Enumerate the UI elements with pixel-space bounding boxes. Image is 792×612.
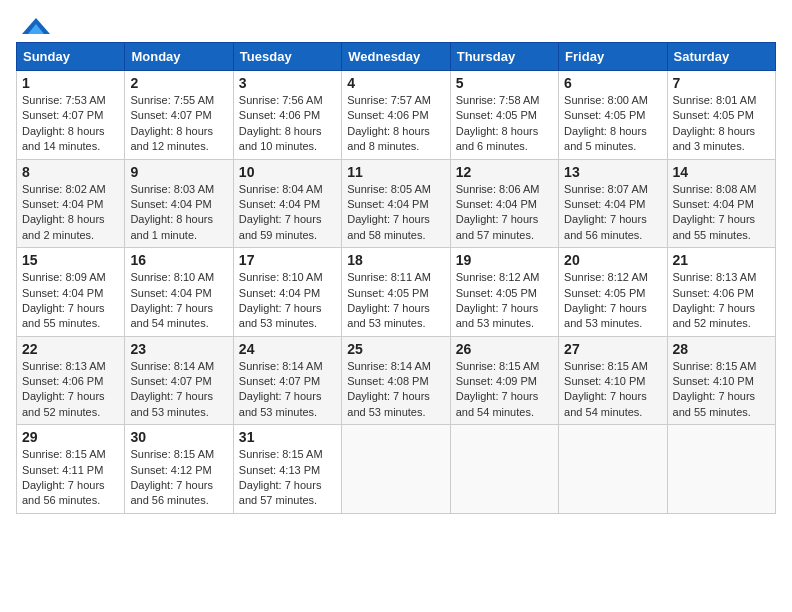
sunset-label: Sunset: 4:06 PM xyxy=(347,109,428,121)
sunset-label: Sunset: 4:07 PM xyxy=(239,375,320,387)
sunset-label: Sunset: 4:04 PM xyxy=(239,198,320,210)
day-info: Sunrise: 8:15 AM Sunset: 4:12 PM Dayligh… xyxy=(130,447,227,509)
day-info: Sunrise: 8:14 AM Sunset: 4:07 PM Dayligh… xyxy=(130,359,227,421)
sunset-label: Sunset: 4:06 PM xyxy=(22,375,103,387)
weekday-header-monday: Monday xyxy=(125,43,233,71)
sunrise-label: Sunrise: 8:14 AM xyxy=(239,360,323,372)
calendar-cell: 27 Sunrise: 8:15 AM Sunset: 4:10 PM Dayl… xyxy=(559,336,667,425)
sunset-label: Sunset: 4:05 PM xyxy=(347,287,428,299)
sunrise-label: Sunrise: 8:01 AM xyxy=(673,94,757,106)
sunset-label: Sunset: 4:05 PM xyxy=(564,287,645,299)
sunset-label: Sunset: 4:04 PM xyxy=(130,287,211,299)
daylight-label: Daylight: 7 hours and 53 minutes. xyxy=(130,390,213,417)
sunset-label: Sunset: 4:08 PM xyxy=(347,375,428,387)
day-info: Sunrise: 8:07 AM Sunset: 4:04 PM Dayligh… xyxy=(564,182,661,244)
day-info: Sunrise: 8:10 AM Sunset: 4:04 PM Dayligh… xyxy=(239,270,336,332)
sunrise-label: Sunrise: 8:14 AM xyxy=(130,360,214,372)
calendar-cell: 10 Sunrise: 8:04 AM Sunset: 4:04 PM Dayl… xyxy=(233,159,341,248)
daylight-label: Daylight: 7 hours and 54 minutes. xyxy=(456,390,539,417)
daylight-label: Daylight: 7 hours and 56 minutes. xyxy=(564,213,647,240)
sunset-label: Sunset: 4:10 PM xyxy=(564,375,645,387)
calendar-table: SundayMondayTuesdayWednesdayThursdayFrid… xyxy=(16,42,776,514)
sunset-label: Sunset: 4:09 PM xyxy=(456,375,537,387)
calendar-cell: 30 Sunrise: 8:15 AM Sunset: 4:12 PM Dayl… xyxy=(125,425,233,514)
daylight-label: Daylight: 7 hours and 59 minutes. xyxy=(239,213,322,240)
calendar-cell: 29 Sunrise: 8:15 AM Sunset: 4:11 PM Dayl… xyxy=(17,425,125,514)
day-number: 24 xyxy=(239,341,336,357)
day-number: 8 xyxy=(22,164,119,180)
day-number: 10 xyxy=(239,164,336,180)
weekday-header-saturday: Saturday xyxy=(667,43,775,71)
calendar-cell: 18 Sunrise: 8:11 AM Sunset: 4:05 PM Dayl… xyxy=(342,248,450,337)
daylight-label: Daylight: 7 hours and 53 minutes. xyxy=(347,302,430,329)
sunset-label: Sunset: 4:07 PM xyxy=(22,109,103,121)
sunset-label: Sunset: 4:12 PM xyxy=(130,464,211,476)
day-number: 7 xyxy=(673,75,770,91)
logo-icon xyxy=(18,16,54,38)
calendar-cell: 28 Sunrise: 8:15 AM Sunset: 4:10 PM Dayl… xyxy=(667,336,775,425)
calendar-week-row: 29 Sunrise: 8:15 AM Sunset: 4:11 PM Dayl… xyxy=(17,425,776,514)
daylight-label: Daylight: 7 hours and 52 minutes. xyxy=(673,302,756,329)
day-info: Sunrise: 8:00 AM Sunset: 4:05 PM Dayligh… xyxy=(564,93,661,155)
sunrise-label: Sunrise: 8:10 AM xyxy=(130,271,214,283)
calendar-cell: 12 Sunrise: 8:06 AM Sunset: 4:04 PM Dayl… xyxy=(450,159,558,248)
day-info: Sunrise: 7:53 AM Sunset: 4:07 PM Dayligh… xyxy=(22,93,119,155)
calendar-cell: 23 Sunrise: 8:14 AM Sunset: 4:07 PM Dayl… xyxy=(125,336,233,425)
daylight-label: Daylight: 8 hours and 14 minutes. xyxy=(22,125,105,152)
calendar-cell: 21 Sunrise: 8:13 AM Sunset: 4:06 PM Dayl… xyxy=(667,248,775,337)
calendar-cell: 31 Sunrise: 8:15 AM Sunset: 4:13 PM Dayl… xyxy=(233,425,341,514)
day-info: Sunrise: 8:03 AM Sunset: 4:04 PM Dayligh… xyxy=(130,182,227,244)
sunset-label: Sunset: 4:06 PM xyxy=(239,109,320,121)
day-info: Sunrise: 8:15 AM Sunset: 4:10 PM Dayligh… xyxy=(673,359,770,421)
day-info: Sunrise: 8:12 AM Sunset: 4:05 PM Dayligh… xyxy=(564,270,661,332)
sunset-label: Sunset: 4:13 PM xyxy=(239,464,320,476)
calendar-week-row: 1 Sunrise: 7:53 AM Sunset: 4:07 PM Dayli… xyxy=(17,71,776,160)
day-info: Sunrise: 8:05 AM Sunset: 4:04 PM Dayligh… xyxy=(347,182,444,244)
sunset-label: Sunset: 4:10 PM xyxy=(673,375,754,387)
sunset-label: Sunset: 4:04 PM xyxy=(347,198,428,210)
sunset-label: Sunset: 4:05 PM xyxy=(456,109,537,121)
daylight-label: Daylight: 7 hours and 54 minutes. xyxy=(130,302,213,329)
sunrise-label: Sunrise: 8:15 AM xyxy=(673,360,757,372)
sunrise-label: Sunrise: 7:58 AM xyxy=(456,94,540,106)
daylight-label: Daylight: 7 hours and 54 minutes. xyxy=(564,390,647,417)
calendar-cell: 6 Sunrise: 8:00 AM Sunset: 4:05 PM Dayli… xyxy=(559,71,667,160)
day-number: 25 xyxy=(347,341,444,357)
calendar-cell xyxy=(450,425,558,514)
calendar-cell: 11 Sunrise: 8:05 AM Sunset: 4:04 PM Dayl… xyxy=(342,159,450,248)
sunrise-label: Sunrise: 8:00 AM xyxy=(564,94,648,106)
day-number: 20 xyxy=(564,252,661,268)
day-info: Sunrise: 8:15 AM Sunset: 4:10 PM Dayligh… xyxy=(564,359,661,421)
day-number: 14 xyxy=(673,164,770,180)
weekday-header-friday: Friday xyxy=(559,43,667,71)
daylight-label: Daylight: 7 hours and 56 minutes. xyxy=(22,479,105,506)
calendar-cell: 5 Sunrise: 7:58 AM Sunset: 4:05 PM Dayli… xyxy=(450,71,558,160)
calendar-cell: 15 Sunrise: 8:09 AM Sunset: 4:04 PM Dayl… xyxy=(17,248,125,337)
sunrise-label: Sunrise: 8:15 AM xyxy=(456,360,540,372)
daylight-label: Daylight: 7 hours and 53 minutes. xyxy=(456,302,539,329)
day-number: 19 xyxy=(456,252,553,268)
daylight-label: Daylight: 8 hours and 10 minutes. xyxy=(239,125,322,152)
day-number: 31 xyxy=(239,429,336,445)
sunrise-label: Sunrise: 8:02 AM xyxy=(22,183,106,195)
calendar-cell xyxy=(667,425,775,514)
daylight-label: Daylight: 7 hours and 57 minutes. xyxy=(239,479,322,506)
day-number: 12 xyxy=(456,164,553,180)
daylight-label: Daylight: 8 hours and 2 minutes. xyxy=(22,213,105,240)
page-header xyxy=(16,16,776,34)
daylight-label: Daylight: 7 hours and 57 minutes. xyxy=(456,213,539,240)
calendar-cell xyxy=(559,425,667,514)
daylight-label: Daylight: 8 hours and 1 minute. xyxy=(130,213,213,240)
calendar-cell: 14 Sunrise: 8:08 AM Sunset: 4:04 PM Dayl… xyxy=(667,159,775,248)
calendar-cell: 22 Sunrise: 8:13 AM Sunset: 4:06 PM Dayl… xyxy=(17,336,125,425)
sunrise-label: Sunrise: 8:05 AM xyxy=(347,183,431,195)
sunset-label: Sunset: 4:04 PM xyxy=(564,198,645,210)
sunrise-label: Sunrise: 8:09 AM xyxy=(22,271,106,283)
day-number: 21 xyxy=(673,252,770,268)
daylight-label: Daylight: 7 hours and 56 minutes. xyxy=(130,479,213,506)
calendar-cell: 17 Sunrise: 8:10 AM Sunset: 4:04 PM Dayl… xyxy=(233,248,341,337)
sunset-label: Sunset: 4:06 PM xyxy=(673,287,754,299)
day-number: 17 xyxy=(239,252,336,268)
sunrise-label: Sunrise: 8:07 AM xyxy=(564,183,648,195)
day-info: Sunrise: 8:15 AM Sunset: 4:09 PM Dayligh… xyxy=(456,359,553,421)
